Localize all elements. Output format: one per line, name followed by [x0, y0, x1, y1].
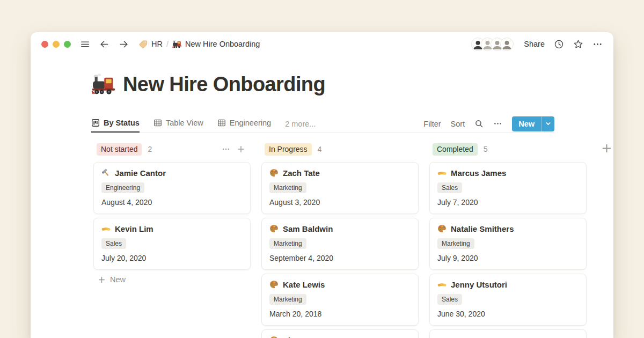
- column-actions: [222, 145, 251, 153]
- avatar[interactable]: [500, 38, 514, 51]
- card-shawn-mart[interactable]: Shawn Mart: [261, 329, 419, 338]
- column-count: 4: [318, 145, 322, 153]
- updates-button[interactable]: [554, 39, 564, 49]
- card-start-date: March 20, 2018: [269, 310, 411, 318]
- forward-button[interactable]: [119, 39, 129, 49]
- card-start-date: June 30, 2020: [437, 310, 579, 318]
- new-button[interactable]: New: [512, 116, 554, 131]
- card-title: Zach Tate: [269, 168, 411, 178]
- favorite-button[interactable]: [573, 39, 583, 49]
- palette-icon: [269, 280, 279, 289]
- ellipsis-icon: [592, 39, 603, 49]
- app-window: HR / New Hire Onboarding Share New Hire …: [31, 32, 613, 338]
- card-person-name: Kate Lewis: [283, 280, 325, 289]
- new-button-label[interactable]: New: [512, 116, 541, 131]
- minimize-window-button[interactable]: [53, 41, 60, 48]
- tab-label: By Status: [104, 119, 140, 127]
- filter-button[interactable]: Filter: [423, 120, 441, 128]
- label-tag-icon: [138, 39, 148, 49]
- card-start-date: September 4, 2020: [269, 254, 411, 262]
- share-button[interactable]: Share: [524, 40, 545, 48]
- card-jenny-utsutori[interactable]: Jenny UtsutoriSalesJune 30, 2020: [429, 274, 587, 326]
- column-status-pill[interactable]: In Progress: [265, 143, 312, 156]
- column-status-pill[interactable]: Not started: [97, 143, 142, 156]
- card-person-name: Jenny Utsutori: [451, 280, 507, 289]
- hamburger-icon: [80, 39, 90, 49]
- search-button[interactable]: [474, 119, 484, 128]
- tab-label: Table View: [166, 119, 203, 127]
- breadcrumb-workspace-label: HR: [151, 40, 163, 48]
- new-button-dropdown[interactable]: [541, 116, 554, 131]
- card-start-date: August 4, 2020: [101, 198, 243, 207]
- palette-icon: [269, 336, 279, 338]
- card-title: Jamie Cantor: [101, 168, 243, 178]
- card-person-name: Kevin Lim: [115, 224, 153, 233]
- page-locomotive-icon[interactable]: [91, 72, 116, 97]
- window-controls: [41, 41, 71, 48]
- page-title[interactable]: New Hire Onboarding: [123, 73, 325, 96]
- column-header: Completed5: [429, 142, 587, 157]
- zoom-window-button[interactable]: [64, 41, 71, 48]
- card-department-tag: Marketing: [269, 294, 306, 305]
- more-options-button[interactable]: [592, 39, 603, 49]
- view-options-button[interactable]: [493, 119, 502, 128]
- card-zach-tate[interactable]: Zach TateMarketingAugust 3, 2020: [261, 162, 419, 214]
- back-arrow-icon: [99, 39, 109, 49]
- column-cards: Jamie CantorEngineeringAugust 4, 2020Kev…: [93, 162, 251, 270]
- card-title: Sam Baldwin: [269, 224, 411, 233]
- breadcrumb-page[interactable]: New Hire Onboarding: [172, 39, 260, 49]
- card-start-date: July 9, 2020: [437, 254, 579, 262]
- column-header: Not started2: [93, 142, 251, 157]
- tab-table-view[interactable]: Table View: [153, 115, 203, 133]
- breadcrumb-workspace[interactable]: HR: [138, 39, 163, 49]
- add-group-button[interactable]: [601, 143, 612, 154]
- plus-icon: [98, 276, 106, 284]
- sidebar-menu-button[interactable]: [80, 39, 90, 49]
- close-window-button[interactable]: [41, 41, 48, 48]
- handshake-icon: [101, 224, 111, 233]
- add-card-button[interactable]: New: [93, 275, 251, 284]
- table-view-icon: [153, 119, 162, 127]
- card-kevin-lim[interactable]: Kevin LimSalesJuly 20, 2020: [93, 218, 251, 270]
- column-options-button[interactable]: [222, 145, 230, 153]
- card-person-name: Sam Baldwin: [283, 224, 333, 233]
- collaborator-avatars: [471, 38, 514, 51]
- card-kate-lewis[interactable]: Kate LewisMarketingMarch 20, 2018: [261, 274, 419, 326]
- handshake-icon: [437, 280, 447, 289]
- column-cards: Zach TateMarketingAugust 3, 2020Sam Bald…: [261, 162, 419, 338]
- chevron-down-icon: [545, 121, 551, 127]
- card-matt-m[interactable]: Matt M: [429, 329, 587, 338]
- more-views-button[interactable]: 2 more...: [285, 115, 316, 133]
- sort-button[interactable]: Sort: [451, 120, 465, 128]
- card-natalie-smithers[interactable]: Natalie SmithersMarketingJuly 9, 2020: [429, 218, 587, 270]
- card-start-date: August 3, 2020: [269, 198, 411, 207]
- tab-engineering[interactable]: Engineering: [217, 115, 271, 133]
- breadcrumb-separator: /: [166, 40, 169, 48]
- column-header: In Progress4: [261, 142, 419, 157]
- card-marcus-james[interactable]: Marcus JamesSalesJuly 7, 2020: [429, 162, 587, 214]
- kanban-board: Not started2Jamie CantorEngineeringAugus…: [93, 142, 587, 338]
- back-button[interactable]: [99, 39, 109, 49]
- card-title: Natalie Smithers: [437, 224, 579, 233]
- card-person-name: Shawn Mart: [283, 336, 328, 338]
- tab-by-status[interactable]: By Status: [91, 115, 140, 133]
- card-person-name: Marcus James: [451, 168, 506, 178]
- card-start-date: July 20, 2020: [101, 254, 243, 262]
- card-department-tag: Marketing: [269, 238, 306, 249]
- view-tabs: By StatusTable ViewEngineering: [91, 115, 271, 133]
- card-sam-baldwin[interactable]: Sam BaldwinMarketingSeptember 4, 2020: [261, 218, 419, 270]
- search-icon: [474, 119, 484, 128]
- page-content: New Hire Onboarding By StatusTable ViewE…: [31, 56, 613, 338]
- board-column-completed: Completed5Marcus JamesSalesJuly 7, 2020N…: [429, 142, 587, 338]
- palette-icon: [437, 224, 447, 233]
- column-add-card-button[interactable]: [237, 145, 245, 153]
- card-jamie-cantor[interactable]: Jamie CantorEngineeringAugust 4, 2020: [93, 162, 251, 214]
- column-status-pill[interactable]: Completed: [433, 143, 478, 156]
- plus-icon: [601, 143, 612, 154]
- column-count: 2: [148, 145, 152, 153]
- card-title: Matt M: [437, 336, 579, 338]
- add-card-label: New: [110, 275, 126, 284]
- card-title: Shawn Mart: [269, 336, 411, 338]
- card-department-tag: Marketing: [437, 238, 474, 249]
- clock-icon: [554, 39, 564, 49]
